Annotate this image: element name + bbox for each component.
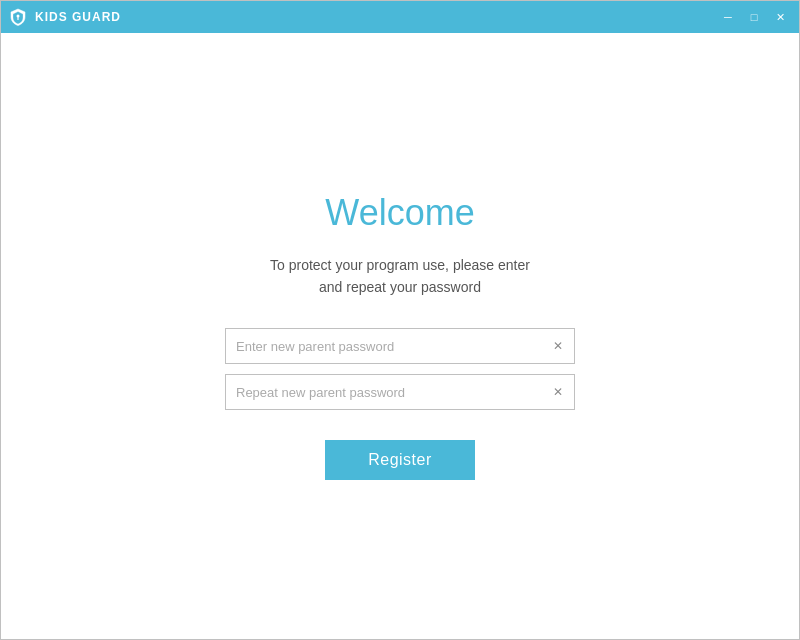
- password2-input[interactable]: [225, 374, 575, 410]
- form-container: ✕ ✕ Register: [225, 328, 575, 480]
- welcome-subtitle: To protect your program use, please ente…: [270, 254, 530, 299]
- clear-password2-button[interactable]: ✕: [549, 384, 567, 400]
- close-button[interactable]: ✕: [769, 7, 791, 27]
- minimize-button[interactable]: ─: [717, 7, 739, 27]
- password1-input[interactable]: [225, 328, 575, 364]
- title-bar-text: KIDS GUARD: [35, 10, 717, 24]
- register-button[interactable]: Register: [325, 440, 475, 480]
- welcome-title: Welcome: [325, 192, 474, 234]
- password1-wrapper: ✕: [225, 328, 575, 364]
- app-icon: [9, 8, 27, 26]
- window-controls: ─ □ ✕: [717, 7, 791, 27]
- main-window: KIDS GUARD ─ □ ✕ Welcome To protect your…: [0, 0, 800, 640]
- maximize-button[interactable]: □: [743, 7, 765, 27]
- title-bar: KIDS GUARD ─ □ ✕: [1, 1, 799, 33]
- password2-wrapper: ✕: [225, 374, 575, 410]
- main-content: Welcome To protect your program use, ple…: [1, 33, 799, 639]
- clear-password1-button[interactable]: ✕: [549, 338, 567, 354]
